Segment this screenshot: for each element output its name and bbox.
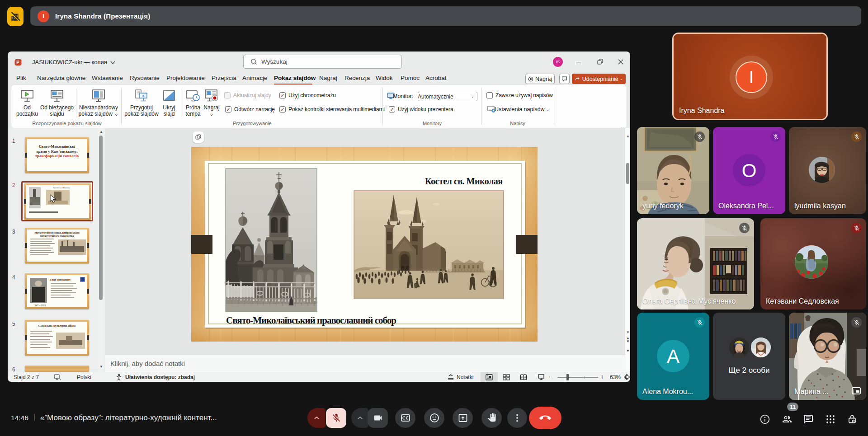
svg-text:P: P <box>16 60 19 65</box>
svg-text:Свято-Миколаївський православ: Свято-Миколаївський православний собор <box>226 315 396 326</box>
svg-text:Костел св. Миколая: Костел св. Миколая <box>425 176 503 186</box>
